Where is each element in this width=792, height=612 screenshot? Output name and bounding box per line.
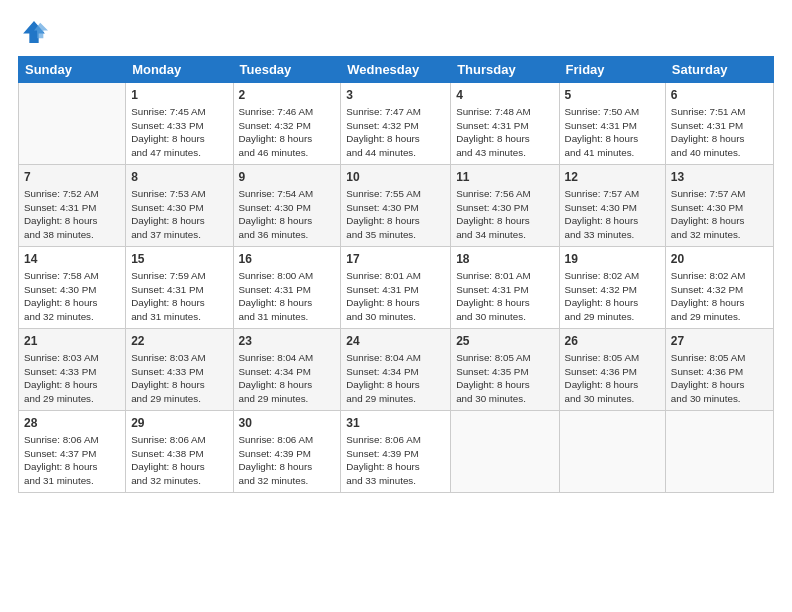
calendar-cell: 24Sunrise: 8:04 AM Sunset: 4:34 PM Dayli… xyxy=(341,329,451,411)
day-number: 8 xyxy=(131,169,227,185)
day-info: Sunrise: 7:50 AM Sunset: 4:31 PM Dayligh… xyxy=(565,105,660,159)
calendar-week-row: 14Sunrise: 7:58 AM Sunset: 4:30 PM Dayli… xyxy=(19,247,774,329)
calendar-cell: 12Sunrise: 7:57 AM Sunset: 4:30 PM Dayli… xyxy=(559,165,665,247)
day-number: 16 xyxy=(239,251,336,267)
logo xyxy=(18,18,48,46)
day-info: Sunrise: 8:06 AM Sunset: 4:39 PM Dayligh… xyxy=(346,433,445,487)
calendar-cell: 5Sunrise: 7:50 AM Sunset: 4:31 PM Daylig… xyxy=(559,83,665,165)
day-info: Sunrise: 8:05 AM Sunset: 4:36 PM Dayligh… xyxy=(565,351,660,405)
day-info: Sunrise: 7:55 AM Sunset: 4:30 PM Dayligh… xyxy=(346,187,445,241)
day-number: 1 xyxy=(131,87,227,103)
day-info: Sunrise: 7:56 AM Sunset: 4:30 PM Dayligh… xyxy=(456,187,553,241)
day-number: 11 xyxy=(456,169,553,185)
day-number: 3 xyxy=(346,87,445,103)
day-info: Sunrise: 8:04 AM Sunset: 4:34 PM Dayligh… xyxy=(239,351,336,405)
calendar-week-row: 21Sunrise: 8:03 AM Sunset: 4:33 PM Dayli… xyxy=(19,329,774,411)
day-number: 6 xyxy=(671,87,768,103)
calendar-cell: 18Sunrise: 8:01 AM Sunset: 4:31 PM Dayli… xyxy=(451,247,559,329)
weekday-row: SundayMondayTuesdayWednesdayThursdayFrid… xyxy=(19,57,774,83)
calendar-cell: 7Sunrise: 7:52 AM Sunset: 4:31 PM Daylig… xyxy=(19,165,126,247)
calendar-cell: 10Sunrise: 7:55 AM Sunset: 4:30 PM Dayli… xyxy=(341,165,451,247)
calendar-cell: 19Sunrise: 8:02 AM Sunset: 4:32 PM Dayli… xyxy=(559,247,665,329)
calendar-cell: 21Sunrise: 8:03 AM Sunset: 4:33 PM Dayli… xyxy=(19,329,126,411)
day-number: 26 xyxy=(565,333,660,349)
day-number: 9 xyxy=(239,169,336,185)
day-number: 5 xyxy=(565,87,660,103)
calendar-cell: 30Sunrise: 8:06 AM Sunset: 4:39 PM Dayli… xyxy=(233,411,341,493)
day-info: Sunrise: 8:05 AM Sunset: 4:35 PM Dayligh… xyxy=(456,351,553,405)
day-info: Sunrise: 8:00 AM Sunset: 4:31 PM Dayligh… xyxy=(239,269,336,323)
day-number: 21 xyxy=(24,333,120,349)
weekday-header: Sunday xyxy=(19,57,126,83)
day-number: 14 xyxy=(24,251,120,267)
calendar-cell: 9Sunrise: 7:54 AM Sunset: 4:30 PM Daylig… xyxy=(233,165,341,247)
weekday-header: Monday xyxy=(126,57,233,83)
day-info: Sunrise: 8:03 AM Sunset: 4:33 PM Dayligh… xyxy=(24,351,120,405)
day-info: Sunrise: 7:48 AM Sunset: 4:31 PM Dayligh… xyxy=(456,105,553,159)
calendar-cell: 23Sunrise: 8:04 AM Sunset: 4:34 PM Dayli… xyxy=(233,329,341,411)
day-info: Sunrise: 7:52 AM Sunset: 4:31 PM Dayligh… xyxy=(24,187,120,241)
calendar-cell: 29Sunrise: 8:06 AM Sunset: 4:38 PM Dayli… xyxy=(126,411,233,493)
calendar-cell: 2Sunrise: 7:46 AM Sunset: 4:32 PM Daylig… xyxy=(233,83,341,165)
calendar-cell: 26Sunrise: 8:05 AM Sunset: 4:36 PM Dayli… xyxy=(559,329,665,411)
weekday-header: Thursday xyxy=(451,57,559,83)
weekday-header: Saturday xyxy=(665,57,773,83)
day-number: 31 xyxy=(346,415,445,431)
day-number: 13 xyxy=(671,169,768,185)
day-number: 28 xyxy=(24,415,120,431)
calendar-cell xyxy=(559,411,665,493)
day-number: 20 xyxy=(671,251,768,267)
day-number: 29 xyxy=(131,415,227,431)
day-info: Sunrise: 8:02 AM Sunset: 4:32 PM Dayligh… xyxy=(671,269,768,323)
calendar-cell: 20Sunrise: 8:02 AM Sunset: 4:32 PM Dayli… xyxy=(665,247,773,329)
calendar-cell: 17Sunrise: 8:01 AM Sunset: 4:31 PM Dayli… xyxy=(341,247,451,329)
day-number: 25 xyxy=(456,333,553,349)
calendar-table: SundayMondayTuesdayWednesdayThursdayFrid… xyxy=(18,56,774,493)
day-number: 30 xyxy=(239,415,336,431)
day-number: 12 xyxy=(565,169,660,185)
day-info: Sunrise: 8:01 AM Sunset: 4:31 PM Dayligh… xyxy=(456,269,553,323)
page: SundayMondayTuesdayWednesdayThursdayFrid… xyxy=(0,0,792,612)
day-info: Sunrise: 8:01 AM Sunset: 4:31 PM Dayligh… xyxy=(346,269,445,323)
calendar-cell: 16Sunrise: 8:00 AM Sunset: 4:31 PM Dayli… xyxy=(233,247,341,329)
day-number: 10 xyxy=(346,169,445,185)
day-number: 2 xyxy=(239,87,336,103)
calendar-cell: 1Sunrise: 7:45 AM Sunset: 4:33 PM Daylig… xyxy=(126,83,233,165)
day-info: Sunrise: 7:51 AM Sunset: 4:31 PM Dayligh… xyxy=(671,105,768,159)
day-info: Sunrise: 8:04 AM Sunset: 4:34 PM Dayligh… xyxy=(346,351,445,405)
calendar-cell: 6Sunrise: 7:51 AM Sunset: 4:31 PM Daylig… xyxy=(665,83,773,165)
calendar-cell xyxy=(451,411,559,493)
weekday-header: Friday xyxy=(559,57,665,83)
day-info: Sunrise: 8:06 AM Sunset: 4:37 PM Dayligh… xyxy=(24,433,120,487)
calendar-cell: 27Sunrise: 8:05 AM Sunset: 4:36 PM Dayli… xyxy=(665,329,773,411)
day-info: Sunrise: 7:57 AM Sunset: 4:30 PM Dayligh… xyxy=(565,187,660,241)
calendar-cell: 13Sunrise: 7:57 AM Sunset: 4:30 PM Dayli… xyxy=(665,165,773,247)
day-info: Sunrise: 7:57 AM Sunset: 4:30 PM Dayligh… xyxy=(671,187,768,241)
day-info: Sunrise: 8:02 AM Sunset: 4:32 PM Dayligh… xyxy=(565,269,660,323)
day-info: Sunrise: 8:05 AM Sunset: 4:36 PM Dayligh… xyxy=(671,351,768,405)
day-number: 18 xyxy=(456,251,553,267)
calendar-cell xyxy=(19,83,126,165)
calendar-cell xyxy=(665,411,773,493)
day-info: Sunrise: 7:45 AM Sunset: 4:33 PM Dayligh… xyxy=(131,105,227,159)
day-info: Sunrise: 7:53 AM Sunset: 4:30 PM Dayligh… xyxy=(131,187,227,241)
calendar-header: SundayMondayTuesdayWednesdayThursdayFrid… xyxy=(19,57,774,83)
calendar-week-row: 28Sunrise: 8:06 AM Sunset: 4:37 PM Dayli… xyxy=(19,411,774,493)
day-number: 7 xyxy=(24,169,120,185)
calendar-cell: 22Sunrise: 8:03 AM Sunset: 4:33 PM Dayli… xyxy=(126,329,233,411)
header xyxy=(18,18,774,46)
day-number: 19 xyxy=(565,251,660,267)
calendar-cell: 14Sunrise: 7:58 AM Sunset: 4:30 PM Dayli… xyxy=(19,247,126,329)
day-info: Sunrise: 7:47 AM Sunset: 4:32 PM Dayligh… xyxy=(346,105,445,159)
day-number: 4 xyxy=(456,87,553,103)
day-number: 17 xyxy=(346,251,445,267)
day-info: Sunrise: 8:03 AM Sunset: 4:33 PM Dayligh… xyxy=(131,351,227,405)
calendar-cell: 25Sunrise: 8:05 AM Sunset: 4:35 PM Dayli… xyxy=(451,329,559,411)
calendar-cell: 3Sunrise: 7:47 AM Sunset: 4:32 PM Daylig… xyxy=(341,83,451,165)
weekday-header: Wednesday xyxy=(341,57,451,83)
calendar-cell: 31Sunrise: 8:06 AM Sunset: 4:39 PM Dayli… xyxy=(341,411,451,493)
calendar-cell: 8Sunrise: 7:53 AM Sunset: 4:30 PM Daylig… xyxy=(126,165,233,247)
day-info: Sunrise: 7:46 AM Sunset: 4:32 PM Dayligh… xyxy=(239,105,336,159)
day-number: 24 xyxy=(346,333,445,349)
calendar-cell: 15Sunrise: 7:59 AM Sunset: 4:31 PM Dayli… xyxy=(126,247,233,329)
